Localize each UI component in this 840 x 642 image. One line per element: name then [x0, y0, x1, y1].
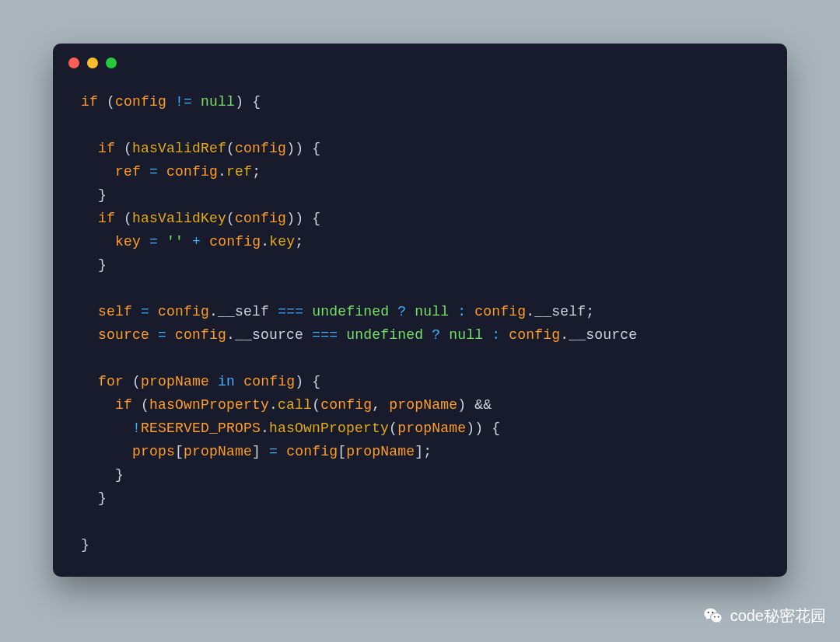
- minimize-icon[interactable]: [87, 58, 98, 68]
- punct: [: [338, 444, 346, 459]
- op: !=: [175, 94, 192, 110]
- prop: ref: [226, 164, 252, 180]
- ident: propName: [389, 397, 457, 413]
- ident: config: [286, 444, 338, 459]
- prop: .__self: [209, 304, 269, 319]
- ident: ref: [115, 164, 141, 180]
- kw-if: if: [98, 141, 115, 156]
- op: =: [149, 164, 158, 180]
- punct: .: [261, 420, 269, 436]
- fn: hasValidRef: [132, 141, 226, 156]
- brace: }: [98, 257, 107, 273]
- ident: config: [474, 304, 526, 319]
- op: =: [149, 234, 158, 249]
- kw: undefined: [312, 304, 389, 319]
- punct: .: [261, 234, 269, 249]
- svg-point-3: [717, 616, 719, 618]
- brace: }: [98, 490, 107, 506]
- fn: hasOwnProperty: [269, 420, 389, 436]
- op: :: [492, 327, 500, 343]
- ident: source: [98, 327, 149, 343]
- svg-point-0: [707, 612, 709, 613]
- ident: config: [509, 327, 560, 343]
- punct: ) {: [235, 94, 261, 110]
- ident: config: [243, 374, 295, 389]
- wechat-icon: [702, 605, 724, 626]
- string: '': [166, 234, 184, 249]
- punct: (: [389, 420, 397, 436]
- punct: [: [175, 444, 184, 459]
- punct: (: [132, 374, 141, 389]
- brace: }: [98, 187, 107, 203]
- kw-if: if: [98, 211, 115, 226]
- ident: propName: [141, 374, 209, 389]
- kw: null: [449, 327, 483, 343]
- ident: propName: [184, 444, 252, 459]
- punct: (: [124, 211, 132, 226]
- punct: )) {: [286, 141, 320, 156]
- op: ===: [312, 327, 338, 343]
- watermark: code秘密花园: [702, 605, 826, 626]
- op: ?: [432, 327, 440, 343]
- kw-in: in: [218, 374, 235, 389]
- watermark-text: code秘密花园: [730, 605, 826, 626]
- svg-point-2: [714, 616, 716, 618]
- op: !: [132, 420, 141, 436]
- punct: (: [312, 397, 320, 413]
- kw-if: if: [115, 397, 132, 413]
- ident: propName: [397, 420, 466, 436]
- ident: hasOwnProperty: [149, 397, 269, 413]
- punct: (: [141, 397, 149, 413]
- window-titlebar: [53, 44, 787, 68]
- ident: config: [235, 141, 286, 156]
- kw: null: [415, 304, 449, 319]
- svg-point-1: [712, 612, 713, 613]
- fn: hasValidKey: [132, 211, 226, 226]
- code-window: if (config != null) { if (hasValidRef(co…: [53, 44, 787, 577]
- punct: (: [124, 141, 132, 156]
- brace: }: [81, 537, 89, 553]
- punct: ]: [252, 444, 261, 459]
- kw-if: if: [81, 94, 98, 110]
- ident: config: [158, 304, 209, 319]
- ident: self: [98, 304, 132, 319]
- op: +: [192, 234, 201, 249]
- code-block: if (config != null) { if (hasValidRef(co…: [53, 68, 787, 557]
- fn: call: [278, 397, 312, 413]
- ident: config: [115, 94, 166, 110]
- punct: ) {: [295, 374, 320, 389]
- kw-null: null: [201, 94, 235, 110]
- punct: (: [226, 141, 235, 156]
- prop: .__source: [226, 327, 303, 343]
- punct: ,: [372, 397, 380, 413]
- punct: ;: [295, 234, 303, 249]
- prop: .__self;: [526, 304, 594, 319]
- zoom-icon[interactable]: [106, 58, 117, 68]
- ident: config: [209, 234, 261, 249]
- op: ?: [397, 304, 406, 319]
- punct: .: [218, 164, 226, 180]
- punct: )) {: [286, 211, 320, 226]
- op: ===: [278, 304, 303, 319]
- punct: ) &&: [457, 397, 492, 413]
- brace: }: [115, 467, 124, 483]
- ident: config: [235, 211, 286, 226]
- punct: )) {: [466, 420, 500, 436]
- ident: config: [166, 164, 218, 180]
- punct: ];: [415, 444, 432, 459]
- punct: ;: [252, 164, 261, 180]
- close-icon[interactable]: [68, 58, 79, 68]
- op: =: [269, 444, 278, 459]
- punct: .: [269, 397, 278, 413]
- ident: config: [320, 397, 372, 413]
- prop: key: [269, 234, 295, 249]
- prop: .__source: [560, 327, 637, 343]
- ident: key: [115, 234, 141, 249]
- ident: propName: [346, 444, 415, 459]
- op: =: [141, 304, 149, 319]
- kw-for: for: [98, 374, 124, 389]
- ident: RESERVED_PROPS: [141, 420, 261, 436]
- op: :: [457, 304, 466, 319]
- kw: undefined: [346, 327, 423, 343]
- punct: (: [107, 94, 115, 110]
